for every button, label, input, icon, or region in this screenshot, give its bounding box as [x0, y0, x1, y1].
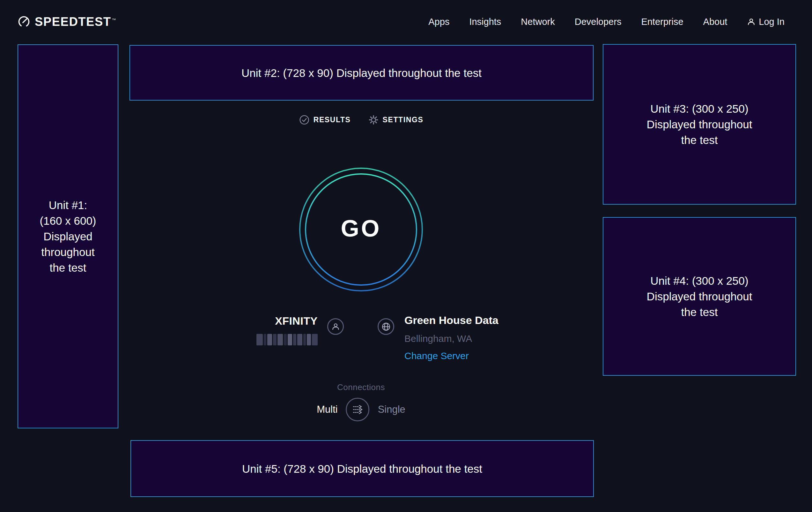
ad-unit-2-banner[interactable]: Unit #2: (728 x 90) Displayed throughout… — [129, 45, 593, 101]
person-icon — [747, 18, 756, 26]
globe-icon — [381, 322, 391, 332]
nav-item-network[interactable]: Network — [521, 17, 555, 27]
nav-item-apps[interactable]: Apps — [428, 17, 450, 27]
gear-icon — [369, 115, 379, 125]
speedtest-logo[interactable]: SPEEDTEST™ — [18, 15, 116, 29]
go-label: GO — [341, 215, 381, 242]
ad-text-line: the test — [681, 304, 718, 320]
server-name: Green House Data — [404, 314, 498, 327]
nav-item-insights[interactable]: Insights — [469, 17, 501, 27]
login-label: Log In — [759, 17, 785, 27]
change-server-link[interactable]: Change Server — [404, 350, 469, 361]
connections-single-option[interactable]: Single — [378, 404, 405, 415]
connections-toggle[interactable] — [346, 398, 370, 421]
ad-unit-5-banner[interactable]: Unit #5: (728 x 90) Displayed throughout… — [130, 440, 594, 497]
login-button[interactable]: Log In — [747, 17, 785, 27]
isp-name: XFINITY — [275, 315, 318, 327]
logo-text: SPEEDTEST™ — [35, 15, 116, 29]
person-icon — [331, 322, 340, 331]
ad-unit-1-skyscraper[interactable]: Unit #1: (160 x 600) Displayed throughou… — [18, 44, 118, 428]
nav-item-developers[interactable]: Developers — [575, 17, 621, 27]
main-nav: Apps Insights Network Developers Enterpr… — [428, 17, 785, 27]
ad-text-line: Unit #5: (728 x 90) Displayed throughout… — [242, 461, 482, 477]
ad-text-line: Displayed throughout — [647, 289, 752, 304]
trademark-mark: ™ — [112, 18, 116, 22]
server-badge — [378, 318, 394, 335]
check-circle-icon — [299, 115, 309, 125]
multi-connection-arrows-icon — [351, 403, 365, 416]
ad-text-line: the test — [50, 260, 86, 275]
ad-text-line: (160 x 600) — [39, 213, 96, 228]
ad-text-line: Unit #4: (300 x 250) — [650, 273, 748, 289]
ad-unit-4-rectangle[interactable]: Unit #4: (300 x 250) Displayed throughou… — [603, 217, 796, 376]
ad-text-line: Unit #1: — [49, 197, 87, 213]
go-button[interactable]: GO — [297, 166, 425, 293]
ad-text-line: Unit #2: (728 x 90) Displayed throughout… — [241, 65, 482, 81]
nav-item-about[interactable]: About — [703, 17, 727, 27]
ad-text-line: Displayed throughout — [647, 116, 752, 132]
nav-item-enterprise[interactable]: Enterprise — [641, 17, 683, 27]
ad-text-line: throughout — [41, 244, 94, 260]
ad-text-line: Unit #3: (300 x 250) — [650, 101, 748, 116]
gauge-icon — [18, 15, 30, 28]
tab-settings[interactable]: SETTINGS — [369, 115, 424, 125]
ad-text-line: the test — [681, 132, 718, 148]
tab-settings-label: SETTINGS — [383, 115, 424, 124]
tab-results[interactable]: RESULTS — [299, 115, 351, 125]
results-settings-tabs: RESULTS SETTINGS — [299, 115, 424, 125]
isp-badge — [327, 318, 344, 335]
connections-label: Connections — [337, 382, 385, 392]
connections-multi-option[interactable]: Multi — [317, 404, 338, 415]
connections-toggle-row: Multi Single — [317, 398, 405, 421]
ad-unit-3-rectangle[interactable]: Unit #3: (300 x 250) Displayed throughou… — [603, 44, 796, 205]
ad-text-line: Displayed — [44, 228, 92, 244]
tab-results-label: RESULTS — [314, 115, 351, 124]
server-location: Bellingham, WA — [404, 333, 472, 344]
top-nav-bar: SPEEDTEST™ Apps Insights Network Develop… — [0, 0, 812, 44]
redacted-ip-text — [250, 334, 318, 345]
